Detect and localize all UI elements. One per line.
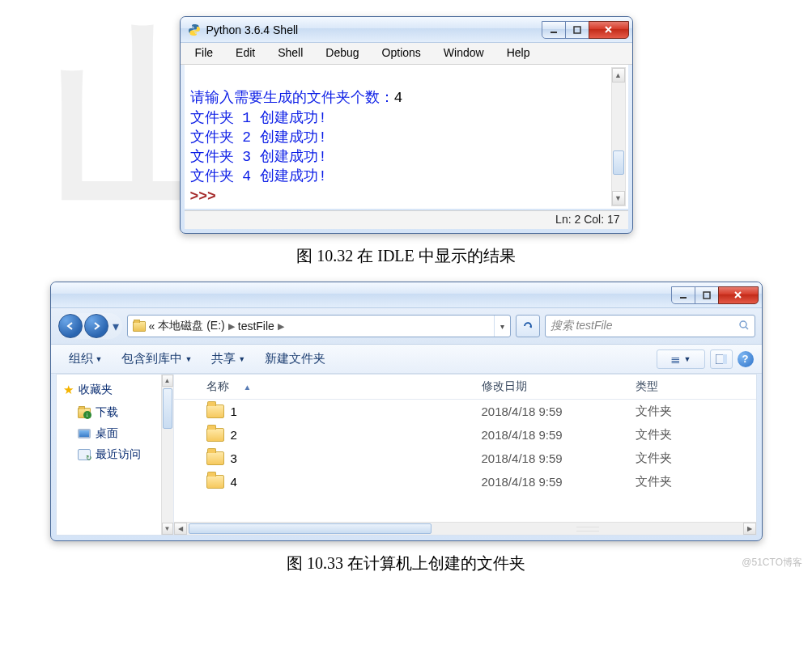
- folder-icon: [206, 475, 224, 489]
- idle-menubar: File Edit Shell Debug Options Window Hel…: [181, 43, 632, 65]
- file-name: 4: [231, 475, 237, 489]
- scroll-up-icon[interactable]: ▲: [612, 68, 625, 83]
- idle-statusbar: Ln: 2 Col: 17: [185, 210, 628, 229]
- folder-icon: [206, 428, 224, 442]
- chevron-down-icon: ▼: [238, 355, 245, 363]
- tool-include-in-library[interactable]: 包含到库中▼: [112, 348, 202, 370]
- nav-back-button[interactable]: [58, 314, 83, 338]
- folder-icon: [206, 451, 224, 465]
- file-row[interactable]: 1 2018/4/18 9:59 文件夹: [174, 400, 756, 423]
- scroll-thumb[interactable]: [163, 388, 172, 429]
- chevron-right-icon[interactable]: ▶: [278, 321, 284, 332]
- view-mode-button[interactable]: ≣▼: [657, 349, 705, 369]
- scroll-right-icon[interactable]: ▶: [743, 523, 756, 535]
- explorer-window: ▾ « 本地磁盘 (E:) ▶ testFile ▶ ▾ 搜索 testFile: [50, 282, 763, 541]
- help-button[interactable]: ?: [738, 351, 754, 367]
- shell-line: 文件夹 1 创建成功!: [190, 110, 327, 126]
- window-controls: [542, 21, 629, 39]
- sidebar-recent[interactable]: 最近访问: [60, 444, 173, 465]
- sidebar-desktop[interactable]: 桌面: [60, 423, 173, 444]
- svg-point-4: [740, 321, 746, 328]
- shell-line: 文件夹 2 创建成功!: [190, 129, 327, 146]
- file-date: 2018/4/18 9:59: [482, 475, 636, 489]
- refresh-button[interactable]: [516, 315, 540, 337]
- maximize-button[interactable]: [695, 286, 719, 304]
- file-row[interactable]: 3 2018/4/18 9:59 文件夹: [174, 447, 756, 470]
- minimize-button[interactable]: [542, 21, 566, 39]
- nav-history-dropdown[interactable]: ▾: [110, 315, 121, 337]
- menu-shell[interactable]: Shell: [266, 43, 314, 64]
- scrollbar-vertical[interactable]: ▲ ▼: [611, 67, 626, 206]
- tool-new-folder[interactable]: 新建文件夹: [255, 348, 335, 370]
- star-icon: ★: [63, 383, 74, 397]
- breadcrumb-part[interactable]: testFile: [238, 320, 274, 332]
- explorer-sidebar: ★ 收藏夹 下载 桌面 最近访问 ▲: [57, 375, 174, 535]
- scroll-thumb[interactable]: [613, 150, 624, 175]
- file-row[interactable]: 4 2018/4/18 9:59 文件夹: [174, 470, 756, 493]
- sidebar-downloads[interactable]: 下载: [60, 402, 173, 423]
- file-type: 文件夹: [636, 404, 700, 419]
- svg-rect-3: [704, 292, 710, 299]
- file-name: 3: [231, 451, 237, 465]
- shell-prompt: >>>: [190, 188, 225, 205]
- menu-help[interactable]: Help: [495, 43, 542, 64]
- breadcrumb-part[interactable]: 本地磁盘 (E:): [158, 319, 224, 333]
- search-input[interactable]: 搜索 testFile: [545, 315, 755, 337]
- nav-forward-button[interactable]: [84, 314, 108, 338]
- folder-icon: [206, 405, 224, 418]
- page-watermark: @51CTO博客: [742, 556, 802, 570]
- sidebar-favorites[interactable]: ★ 收藏夹: [60, 381, 173, 402]
- preview-pane-button[interactable]: [710, 349, 733, 369]
- minimize-button[interactable]: [671, 286, 695, 304]
- window-controls: [672, 286, 759, 304]
- downloads-icon: [78, 408, 91, 418]
- idle-window: Python 3.6.4 Shell File Edit Shell Debug…: [180, 16, 633, 234]
- address-bar[interactable]: « 本地磁盘 (E:) ▶ testFile ▶ ▾: [127, 315, 511, 337]
- column-date[interactable]: 修改日期: [482, 379, 636, 394]
- scroll-left-icon[interactable]: ◀: [174, 523, 187, 535]
- sort-asc-icon: ▲: [244, 383, 252, 392]
- chevron-right-icon[interactable]: ▶: [228, 321, 235, 332]
- menu-options[interactable]: Options: [371, 43, 432, 64]
- explorer-titlebar[interactable]: [51, 282, 762, 308]
- scroll-thumb[interactable]: [189, 523, 432, 534]
- explorer-nav-row: ▾ « 本地磁盘 (E:) ▶ testFile ▶ ▾ 搜索 testFile: [51, 308, 762, 345]
- svg-rect-6: [723, 354, 727, 364]
- menu-window[interactable]: Window: [432, 43, 495, 64]
- chevron-down-icon: ▼: [684, 355, 691, 363]
- file-row[interactable]: 2 2018/4/18 9:59 文件夹: [174, 423, 756, 447]
- file-date: 2018/4/18 9:59: [482, 428, 636, 442]
- resize-grip-icon[interactable]: [576, 527, 599, 532]
- chevron-down-icon: ▼: [96, 355, 103, 363]
- file-name: 2: [231, 428, 237, 442]
- shell-line: 请输入需要生成的文件夹个数：: [190, 90, 394, 106]
- svg-rect-0: [551, 32, 557, 33]
- recent-places-icon: [78, 449, 91, 460]
- scroll-down-icon[interactable]: ▼: [612, 191, 625, 205]
- explorer-toolbar: 组织▼ 包含到库中▼ 共享▼ 新建文件夹 ≣▼ ?: [51, 345, 762, 374]
- address-dropdown[interactable]: ▾: [494, 316, 510, 337]
- scroll-down-icon[interactable]: ▼: [162, 523, 173, 535]
- sidebar-scrollbar[interactable]: ▲ ▼: [161, 375, 173, 535]
- shell-line: 文件夹 4 创建成功!: [190, 168, 327, 184]
- tool-organize[interactable]: 组织▼: [59, 348, 113, 370]
- column-headers: 名称▲ 修改日期 类型: [174, 375, 756, 400]
- tool-share[interactable]: 共享▼: [202, 348, 255, 370]
- close-button[interactable]: [589, 21, 629, 39]
- list-view-icon: ≣: [670, 352, 681, 366]
- menu-debug[interactable]: Debug: [314, 43, 370, 64]
- column-type[interactable]: 类型: [636, 379, 700, 394]
- menu-file[interactable]: File: [184, 43, 225, 64]
- search-icon: [738, 320, 750, 333]
- menu-edit[interactable]: Edit: [224, 43, 266, 64]
- maximize-button[interactable]: [565, 21, 589, 39]
- shell-line: 文件夹 3 创建成功!: [190, 149, 327, 165]
- close-button[interactable]: [718, 286, 759, 304]
- column-name[interactable]: 名称▲: [206, 379, 482, 394]
- scrollbar-horizontal[interactable]: ◀ ▶: [174, 522, 756, 535]
- file-type: 文件夹: [636, 474, 700, 489]
- idle-text-area[interactable]: 请输入需要生成的文件夹个数：4 文件夹 1 创建成功! 文件夹 2 创建成功! …: [185, 65, 628, 209]
- scroll-up-icon[interactable]: ▲: [162, 375, 173, 387]
- idle-titlebar[interactable]: Python 3.6.4 Shell: [181, 17, 632, 43]
- shell-input: 4: [394, 90, 403, 106]
